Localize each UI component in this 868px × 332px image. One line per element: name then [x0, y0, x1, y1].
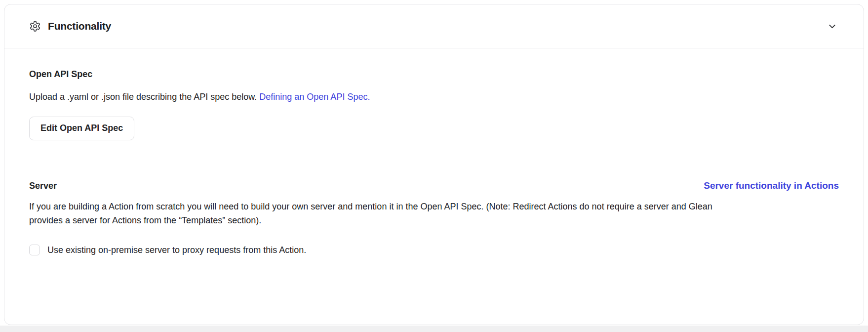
on-premise-checkbox[interactable] [29, 245, 40, 255]
open-api-spec-description-text: Upload a .yaml or .json file describing … [29, 92, 259, 102]
collapse-button[interactable] [824, 18, 840, 34]
gear-icon [29, 20, 41, 32]
server-description: If you are building a Action from scratc… [29, 200, 744, 227]
server-heading-row: Server Server functionality in Actions [29, 180, 839, 192]
functionality-panel: Functionality Open API Spec Upload a .ya… [4, 4, 864, 325]
server-heading: Server [29, 180, 57, 192]
open-api-spec-description: Upload a .yaml or .json file describing … [29, 90, 744, 104]
open-api-spec-heading: Open API Spec [29, 68, 839, 80]
open-api-spec-section: Open API Spec Upload a .yaml or .json fi… [29, 68, 839, 140]
panel-header: Functionality [4, 4, 864, 48]
edit-open-api-spec-button[interactable]: Edit Open API Spec [29, 117, 134, 140]
panel-title: Functionality [48, 20, 111, 32]
on-premise-checkbox-label: Use existing on-premise server to proxy … [47, 244, 306, 256]
page: Functionality Open API Spec Upload a .ya… [0, 0, 868, 332]
on-premise-checkbox-row: Use existing on-premise server to proxy … [29, 244, 839, 256]
panel-body: Open API Spec Upload a .yaml or .json fi… [4, 48, 864, 256]
server-functionality-link[interactable]: Server functionality in Actions [704, 180, 839, 191]
page-background-strip [0, 326, 868, 332]
server-section: Server Server functionality in Actions I… [29, 180, 839, 256]
defining-open-api-spec-link[interactable]: Defining an Open API Spec. [259, 92, 370, 102]
chevron-down-icon [827, 21, 837, 32]
